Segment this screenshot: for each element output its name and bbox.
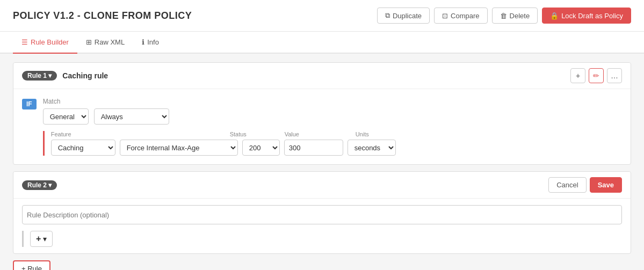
- rule-1-chevron-icon: [48, 72, 52, 79]
- match-label: Match: [43, 98, 622, 105]
- cond-labels: Feature Status Value Units: [51, 131, 622, 137]
- rule-1-header-left: Rule 1 Caching rule: [22, 71, 108, 81]
- rule-1-block: Rule 1 Caching rule + ✏ … IF Match: [13, 62, 631, 165]
- add-condition-icon-btn[interactable]: +: [570, 68, 585, 83]
- add-condition-button[interactable]: + ▾: [30, 231, 53, 247]
- feature-select[interactable]: Caching: [51, 140, 115, 156]
- rule-1-header: Rule 1 Caching rule + ✏ …: [13, 63, 631, 89]
- conditions-area: Feature Status Value Units Caching: [43, 131, 622, 156]
- compare-button[interactable]: ⊡ Compare: [434, 8, 487, 24]
- compare-icon: ⊡: [442, 12, 448, 20]
- trash-icon: 🗑: [500, 12, 507, 20]
- info-icon: ℹ: [142, 38, 144, 46]
- if-section: IF Match General Always: [22, 98, 622, 156]
- delete-button[interactable]: 🗑 Delete: [492, 8, 538, 24]
- action-select[interactable]: Force Internal Max-Age: [120, 140, 238, 156]
- rule-1-body: IF Match General Always: [13, 89, 631, 164]
- rule-description-input[interactable]: [22, 205, 622, 224]
- general-select[interactable]: General: [43, 108, 89, 125]
- plus-icon: +: [36, 234, 41, 244]
- duplicate-icon: ⧉: [385, 11, 390, 20]
- edit-rule-btn[interactable]: ✏: [589, 68, 604, 83]
- value-label: Value: [285, 131, 349, 137]
- tab-info[interactable]: ℹ Info: [133, 32, 168, 54]
- tab-rule-builder[interactable]: ☰ Rule Builder: [13, 32, 77, 54]
- page-wrapper: POLICY V1.2 - CLONE FROM POLICY ⧉ Duplic…: [0, 0, 644, 270]
- cancel-button[interactable]: Cancel: [548, 177, 586, 193]
- match-row: General Always: [43, 108, 622, 125]
- rule-2-badge[interactable]: Rule 2: [22, 180, 57, 190]
- rule-2-block: Rule 2 Cancel Save + ▾: [13, 171, 631, 254]
- always-select[interactable]: Always: [94, 108, 169, 125]
- dropdown-arrow-icon: ▾: [43, 235, 47, 243]
- units-select[interactable]: seconds minutes hours days: [348, 140, 396, 156]
- more-options-btn[interactable]: …: [607, 68, 622, 83]
- lock-icon: 🔒: [550, 12, 559, 20]
- rule-2-header-left: Rule 2: [22, 180, 57, 190]
- content-area: Rule 1 Caching rule + ✏ … IF Match: [0, 54, 644, 270]
- top-header: POLICY V1.2 - CLONE FROM POLICY ⧉ Duplic…: [0, 0, 644, 32]
- rule-2-body: + ▾: [13, 199, 631, 253]
- add-rule-button[interactable]: + Rule: [13, 260, 50, 270]
- add-condition-row: + ▾: [22, 231, 622, 247]
- if-content: Match General Always Feature: [43, 98, 622, 156]
- rule-2-header-right: Cancel Save: [548, 177, 622, 193]
- rule-1-header-right: + ✏ …: [570, 68, 622, 83]
- rule-1-badge[interactable]: Rule 1: [22, 71, 57, 81]
- rule-2-chevron-icon: [48, 181, 52, 189]
- feature-label: Feature: [51, 131, 140, 137]
- units-label: Units: [356, 131, 369, 137]
- page-title: POLICY V1.2 - CLONE FROM POLICY: [13, 10, 192, 21]
- status-label: Status: [230, 131, 278, 137]
- tabs-bar: ☰ Rule Builder ⊞ Raw XML ℹ Info: [0, 32, 644, 54]
- cond-row: Caching Force Internal Max-Age 200: [51, 140, 622, 156]
- lock-draft-button[interactable]: 🔒 Lock Draft as Policy: [542, 8, 631, 24]
- rule-2-header: Rule 2 Cancel Save: [13, 172, 631, 199]
- duplicate-button[interactable]: ⧉ Duplicate: [377, 8, 430, 24]
- raw-xml-icon: ⊞: [86, 38, 92, 46]
- value-input[interactable]: [284, 140, 343, 156]
- rule-1-title: Caching rule: [62, 71, 108, 80]
- rule-builder-icon: ☰: [21, 38, 28, 46]
- status-select[interactable]: 200: [242, 140, 280, 156]
- header-actions: ⧉ Duplicate ⊡ Compare 🗑 Delete 🔒 Lock Dr…: [377, 8, 631, 24]
- tab-raw-xml[interactable]: ⊞ Raw XML: [77, 32, 133, 54]
- save-button[interactable]: Save: [590, 177, 622, 193]
- if-badge: IF: [22, 99, 37, 110]
